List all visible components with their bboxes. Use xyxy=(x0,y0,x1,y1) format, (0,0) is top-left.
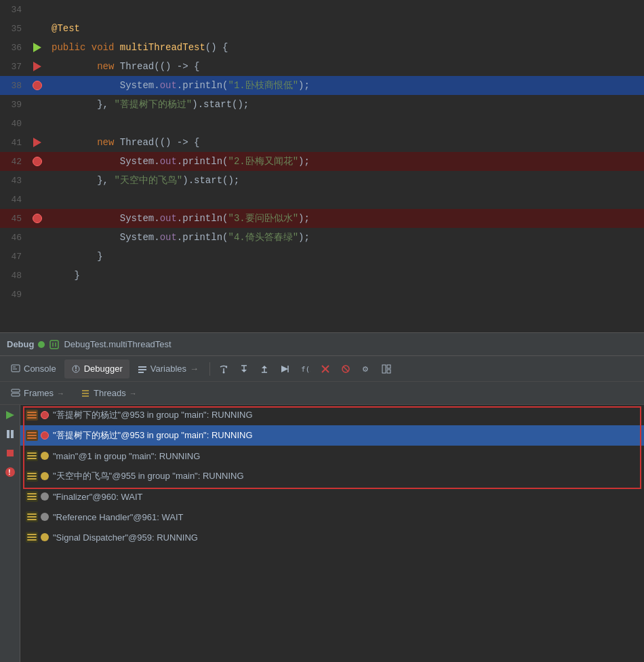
thread-item-3[interactable]: "main"@1 in group "main": RUNNING xyxy=(20,446,644,466)
variables-tab-label: Variables xyxy=(150,364,186,374)
line-num-48: 48 xyxy=(0,271,28,281)
thread-icon-group-1 xyxy=(26,410,49,421)
thread-item-7[interactable]: "Signal Dispatcher"@959: RUNNING xyxy=(20,527,644,547)
frames-icon xyxy=(11,389,20,398)
thread-text-4: "天空中的飞鸟"@955 in group "main": RUNNING xyxy=(53,470,244,482)
settings-btn[interactable]: ⚙ xyxy=(357,359,376,378)
step-out-btn[interactable] xyxy=(255,359,274,378)
tab-frames[interactable]: Frames → xyxy=(4,385,71,402)
code-line-47: 47 } xyxy=(0,247,644,266)
svg-rect-61 xyxy=(27,496,37,497)
error-side-indicator: ! xyxy=(3,465,18,480)
svg-rect-60 xyxy=(27,493,37,494)
tab-threads[interactable]: Threads → xyxy=(74,385,144,402)
threads-arrow: → xyxy=(129,389,137,397)
thread-text-5: "Finalizer"@960: WAIT xyxy=(53,492,142,502)
code-content-42: System.out.println("2.卧梅又闻花"); xyxy=(46,155,644,168)
svg-text:!: ! xyxy=(8,468,11,476)
code-content-46: System.out.println("4.倚头答春绿"); xyxy=(46,231,644,244)
code-content-38: System.out.println("1.卧枝商恨低"); xyxy=(46,79,644,92)
debug-icon xyxy=(49,339,60,350)
line-num-45: 45 xyxy=(0,214,28,224)
bottom-area: ! xyxy=(0,405,644,662)
thread-item-2[interactable]: "菩提树下的杨过"@953 in group "main": RUNNING xyxy=(20,425,644,446)
arrow-red-icon-37 xyxy=(33,62,41,71)
line-num-43: 43 xyxy=(0,176,28,186)
svg-rect-64 xyxy=(27,513,37,515)
debug-panel: Debug DebugTest.multiThreadTest Console xyxy=(0,332,644,662)
svg-rect-3 xyxy=(12,365,20,372)
svg-marker-21 xyxy=(281,366,288,372)
layout-icon xyxy=(381,364,392,374)
svg-rect-45 xyxy=(27,414,37,416)
svg-rect-9 xyxy=(138,366,146,368)
line-num-37: 37 xyxy=(0,62,28,72)
code-line-43: 43 }, "天空中的飞鸟").start(); xyxy=(0,171,644,190)
line-num-42: 42 xyxy=(0,157,28,167)
step-over-icon xyxy=(218,364,229,374)
variables-icon xyxy=(138,364,147,374)
svg-rect-10 xyxy=(138,369,146,370)
step-over-btn[interactable] xyxy=(214,359,233,378)
svg-point-8 xyxy=(75,370,77,371)
tab-variables[interactable]: Variables → xyxy=(131,359,205,378)
svg-rect-31 xyxy=(387,370,390,373)
thread-dot-3 xyxy=(41,452,49,460)
code-line-48: 48 } xyxy=(0,266,644,285)
debug-toolbar: Console Debugger Variables → xyxy=(0,356,644,382)
breakpoint-icon-42[interactable] xyxy=(33,157,42,166)
thread-text-2: "菩提树下的杨过"@953 in group "main": RUNNING xyxy=(53,429,253,442)
thread-dot-5 xyxy=(41,492,49,501)
svg-rect-46 xyxy=(27,417,37,418)
tab-console[interactable]: Console xyxy=(4,359,63,378)
svg-rect-48 xyxy=(27,432,37,433)
mute-breakpoints-icon xyxy=(340,364,351,374)
stop-btn[interactable] xyxy=(316,359,335,378)
svg-rect-56 xyxy=(27,473,37,474)
thread-item-4[interactable]: "天空中的飞鸟"@955 in group "main": RUNNING xyxy=(20,466,644,486)
thread-dot-4 xyxy=(41,472,49,480)
stop-side-icon xyxy=(5,448,15,458)
pause-side-btn[interactable] xyxy=(3,427,18,442)
settings-icon: ⚙ xyxy=(361,364,371,374)
code-line-34: 34 xyxy=(0,0,644,19)
thread-stack-icon-4 xyxy=(26,471,38,482)
left-sidebar-icons: ! xyxy=(0,405,20,662)
gutter-45 xyxy=(28,214,46,223)
svg-rect-70 xyxy=(27,539,37,541)
tab-debugger[interactable]: Debugger xyxy=(64,359,129,378)
code-content-47: } xyxy=(46,251,644,262)
evaluate-btn[interactable]: f(x) xyxy=(296,359,315,378)
run-to-cursor-btn[interactable] xyxy=(275,359,294,378)
svg-rect-69 xyxy=(27,537,37,538)
thread-dot-6 xyxy=(41,513,49,521)
debug-title-bar: Debug DebugTest.multiThreadTest xyxy=(0,333,644,356)
threads-sub-tab-label: Threads xyxy=(94,388,126,398)
step-into-btn[interactable] xyxy=(235,359,254,378)
thread-text-1: "菩提树下的杨过"@953 in group "main": RUNNING xyxy=(53,409,253,421)
thread-item-5[interactable]: "Finalizer"@960: WAIT xyxy=(20,486,644,507)
thread-stack-icon-2 xyxy=(26,430,38,441)
thread-item-6[interactable]: "Reference Handler"@961: WAIT xyxy=(20,507,644,527)
svg-rect-33 xyxy=(12,393,20,396)
breakpoint-icon-38[interactable] xyxy=(33,81,42,90)
svg-rect-62 xyxy=(27,499,37,500)
line-num-39: 39 xyxy=(0,100,28,110)
breakpoint-icon-45[interactable] xyxy=(33,214,42,223)
code-editor: 34 35 @Test 36 public void multiThreadTe… xyxy=(0,0,644,332)
line-num-49: 49 xyxy=(0,290,28,300)
code-content-43: }, "天空中的飞鸟").start(); xyxy=(46,174,644,187)
arrow-green-icon xyxy=(33,43,41,52)
thread-item-1[interactable]: "菩提树下的杨过"@953 in group "main": RUNNING xyxy=(20,405,644,425)
layout-btn[interactable] xyxy=(377,359,396,378)
stop-side-btn[interactable] xyxy=(3,446,18,461)
resume-side-btn[interactable] xyxy=(3,408,18,423)
breakpoint-badge-2 xyxy=(41,431,49,440)
gutter-36 xyxy=(28,43,46,52)
svg-rect-57 xyxy=(27,475,37,477)
code-line-41: 41 new Thread(() -> { xyxy=(0,133,644,152)
mute-breakpoints-btn[interactable] xyxy=(336,359,355,378)
code-line-45: 45 System.out.println("3.要问卧似水"); xyxy=(0,209,644,228)
thread-text-7: "Signal Dispatcher"@959: RUNNING xyxy=(53,532,198,543)
run-to-cursor-icon xyxy=(279,364,290,374)
